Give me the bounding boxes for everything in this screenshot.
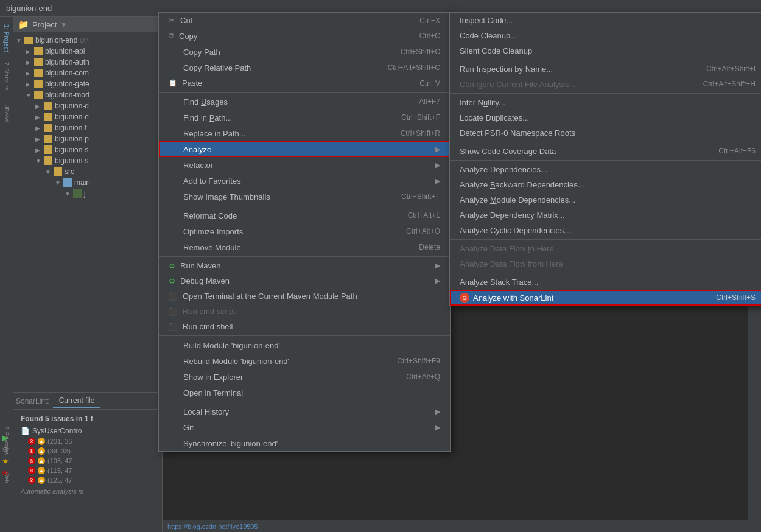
menu-item-run-maven[interactable]: ⚙ Run Maven ▶ (159, 258, 450, 273)
project-panel: 📁 Project ▼ ▼ bigunion-end D:\ ▶ bigunio… (13, 17, 163, 532)
tree-item-com[interactable]: ▶ bigunion-com (13, 68, 162, 79)
tree-item-gate[interactable]: ▶ bigunion-gate (13, 79, 162, 89)
label: bigunion-f (55, 124, 87, 132)
tree-item-d[interactable]: ▶ bigunion-d (13, 100, 162, 111)
menu-item-open-terminal-maven[interactable]: ⬛ Open Terminal at the Current Maven Mod… (159, 289, 450, 304)
submenu-analyze-cyclic[interactable]: Analyze Cyclic Dependencies... (450, 223, 761, 238)
menu-item-reformat[interactable]: Reformat Code Ctrl+Alt+L (159, 208, 450, 223)
star-icon[interactable]: ★ (2, 457, 9, 466)
submenu-silent-cleanup[interactable]: Silent Code Cleanup (450, 43, 761, 58)
submenu-infer-nullity[interactable]: Infer Nullity... (450, 95, 761, 110)
tree-item-s2[interactable]: ▼ bigunion-s (13, 155, 162, 166)
tree-item-e[interactable]: ▶ bigunion-e (13, 111, 162, 122)
submenu-analyze-stack[interactable]: Analyze Stack Trace... (450, 275, 761, 290)
menu-item-optimize[interactable]: Optimize Imports Ctrl+Alt+O (159, 223, 450, 239)
close-circle-icon[interactable]: ⊗ (2, 468, 9, 477)
menu-item-paste[interactable]: 📋 Paste Ctrl+V (159, 75, 450, 91)
issue-item-5[interactable]: ⊗ ▲ (125, 47 (16, 475, 160, 485)
menu-item-git[interactable]: Git ▶ (159, 419, 450, 435)
tree-item-main[interactable]: ▼ main (13, 177, 162, 188)
tree-item-auth[interactable]: ▶ bigunion-auth (13, 57, 162, 68)
url-bar: https://blog.csdn.net/liye19505 (163, 520, 748, 532)
menu-item-add-favorites[interactable]: Add to Favorites ▶ (159, 173, 450, 189)
copy-path-label: Copy Path (183, 47, 220, 57)
sidebar-icon-project[interactable]: 1: Project (1, 20, 13, 57)
tree-item-p[interactable]: ▶ bigunion-p (13, 133, 162, 144)
build-label: Build Module 'bigunion-end' (183, 341, 280, 350)
menu-item-cut[interactable]: ✂ Cut Ctrl+X (159, 13, 450, 28)
settings-icon[interactable]: ⚙ (2, 445, 9, 454)
tree-item-f[interactable]: ▶ bigunion-f (13, 122, 162, 133)
menu-item-synchronize[interactable]: Synchronize 'bigunion-end' (159, 435, 450, 451)
local-history-label: Local History (183, 407, 229, 416)
menu-item-find-usages[interactable]: Find Usages Alt+F7 (159, 94, 450, 110)
issues-found-line: Found 5 issues in 1 f (16, 412, 160, 425)
run-maven-icon: ⚙ (169, 262, 175, 270)
menu-item-show-explorer[interactable]: Show in Explorer Ctrl+Alt+Q (159, 369, 450, 385)
menu-item-copy-rel-path[interactable]: Copy Relative Path Ctrl+Alt+Shift+C (159, 60, 450, 75)
menu-item-debug-maven[interactable]: ⚙ Debug Maven ▶ (159, 273, 450, 289)
submenu-separator-4 (450, 160, 761, 161)
paste-icon: 📋 (169, 79, 177, 87)
copy-shortcut: Ctrl+C (419, 32, 440, 40)
tree-item-s1[interactable]: ▶ bigunion-s (13, 144, 162, 155)
submenu-analyze-sonarlint[interactable]: ⊖ Analyze with SonarLint Ctrl+Shift+S (450, 290, 761, 306)
show-coverage-shortcut: Ctrl+Alt+F6 (718, 147, 756, 156)
find-usages-icon (169, 97, 178, 107)
submenu-data-flow-from: Analyze Data Flow from Here (450, 256, 761, 271)
menu-item-local-history[interactable]: Local History ▶ (159, 404, 450, 419)
dropdown-arrow[interactable]: ▼ (60, 21, 66, 28)
folder-icon (34, 58, 43, 66)
cut-icon: ✂ (169, 16, 175, 25)
silent-cleanup-label: Silent Code Cleanup (460, 46, 532, 55)
menu-item-copy[interactable]: ⧉ Copy Ctrl+C (159, 28, 450, 44)
folder-icon (34, 47, 43, 55)
menu-item-open-terminal[interactable]: Open in Terminal (159, 385, 450, 401)
submenu-analyze-backward[interactable]: Analyze Backward Dependencies... (450, 177, 761, 192)
sidebar-icon-jrebel[interactable]: JRebel (1, 96, 13, 132)
tree-item-j[interactable]: ▼ j (13, 188, 162, 199)
issue-item-4[interactable]: ⊗ ▲ (115, 47 (16, 466, 160, 475)
current-file-tab[interactable]: Current file (53, 394, 101, 408)
submenu-data-flow-to: Analyze Data Flow to Here (450, 241, 761, 256)
submenu-locate-duplicates[interactable]: Locate Duplicates... (450, 110, 761, 125)
reformat-icon (169, 211, 178, 220)
bottom-tabs-bar: SonarLint: Current file (13, 393, 162, 410)
data-flow-from-label: Analyze Data Flow from Here (460, 259, 563, 268)
tree-item-src[interactable]: ▼ src (13, 166, 162, 177)
submenu-analyze-dep-matrix[interactable]: Analyze Dependency Matrix... (450, 208, 761, 223)
menu-item-refactor[interactable]: Refactor ▶ (159, 157, 450, 173)
submenu-analyze-module-deps[interactable]: Analyze Module Dependencies... (450, 192, 761, 208)
submenu-detect-psr[interactable]: Detect PSR-0 Namespace Roots (450, 125, 761, 141)
analyze-submenu: Inspect Code... Code Cleanup... Silent C… (449, 12, 761, 306)
submenu-inspect-code[interactable]: Inspect Code... (450, 13, 761, 28)
tree-item-mod[interactable]: ▼ bigunion-mod (13, 89, 162, 100)
submenu-run-inspection[interactable]: Run Inspection by Name... Ctrl+Alt+Shift… (450, 61, 761, 77)
issue-item-2[interactable]: ⊗ ▲ (39, 33) (16, 446, 160, 456)
tree-item-root[interactable]: ▼ bigunion-end D:\ (13, 35, 162, 46)
tree-item-api[interactable]: ▶ bigunion-api (13, 46, 162, 57)
menu-item-rebuild-module[interactable]: Rebuild Module 'bigunion-end' Ctrl+Shift… (159, 353, 450, 369)
sidebar-icon-structure[interactable]: 7: Structure (1, 58, 13, 94)
copy-icon: ⧉ (169, 31, 174, 41)
menu-item-analyze[interactable]: Analyze ▶ (159, 141, 450, 157)
issue-item-3[interactable]: ⊗ ▲ (106, 47 (16, 456, 160, 466)
submenu-analyze-deps[interactable]: Analyze Dependencies... (450, 162, 761, 177)
menu-item-copy-path[interactable]: Copy Path Ctrl+Shift+C (159, 44, 450, 60)
menu-item-build-module[interactable]: Build Module 'bigunion-end' (159, 337, 450, 353)
remove-label: Remove Module (183, 243, 241, 252)
menu-item-find-path[interactable]: Find in Path... Ctrl+Shift+F (159, 110, 450, 125)
menu-item-image-thumbnails[interactable]: Show Image Thumbnails Ctrl+Shift+T (159, 189, 450, 205)
submenu-show-coverage[interactable]: Show Code Coverage Data Ctrl+Alt+F6 (450, 144, 761, 159)
submenu-code-cleanup[interactable]: Code Cleanup... (450, 28, 761, 43)
file-icon: 📄 (21, 427, 30, 435)
run-icon[interactable]: ▶ (2, 433, 9, 443)
submenu-separator-6 (450, 273, 761, 273)
menu-item-replace-path[interactable]: Replace in Path... Ctrl+Shift+R (159, 125, 450, 141)
find-path-icon (169, 113, 178, 122)
warn-icon-3: ▲ (38, 457, 45, 464)
issue-item-1[interactable]: ⊗ ▲ (201, 36 (16, 436, 160, 446)
menu-item-remove-module[interactable]: Remove Module Delete (159, 239, 450, 255)
menu-item-run-cmd-shell[interactable]: ⬛ Run cmd shell (159, 319, 450, 334)
menu-separator-1 (159, 92, 450, 93)
